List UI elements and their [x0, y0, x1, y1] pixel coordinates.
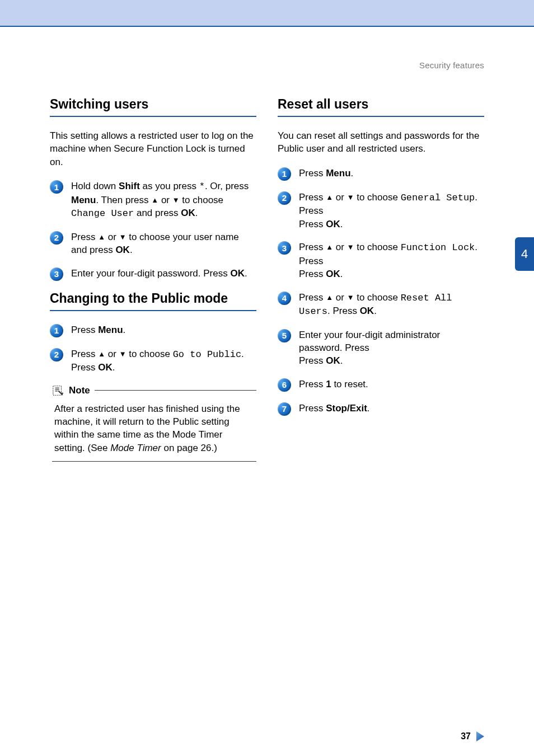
up-arrow-icon: ▲: [326, 293, 333, 302]
step-badge-6: 6: [278, 378, 291, 392]
step-badge-2: 2: [278, 191, 291, 205]
heading-reset-all-users: Reset all users: [278, 97, 484, 117]
down-arrow-icon: ▼: [119, 233, 127, 241]
note-body: After a restricted user has finished usi…: [52, 402, 256, 462]
down-arrow-icon: ▼: [347, 193, 354, 201]
step-text: Press ▲ or ▼ to choose Reset All Users. …: [299, 291, 484, 318]
intro-switching-users: This setting allows a restricted user to…: [50, 129, 256, 168]
up-arrow-icon: ▲: [98, 233, 105, 241]
up-arrow-icon: ▲: [326, 193, 333, 201]
step-badge-1: 1: [50, 180, 63, 194]
step-5: 5 Enter your four-digit administrator pa…: [278, 328, 484, 368]
up-arrow-icon: ▲: [326, 243, 333, 251]
note-rule: [95, 390, 256, 391]
step-6: 6 Press 1 to reset.: [278, 378, 484, 392]
step-2: 2 Press ▲ or ▼ to choose Go to Public. P…: [50, 348, 256, 374]
step-7: 7 Press Stop/Exit.: [278, 402, 484, 416]
step-4: 4 Press ▲ or ▼ to choose Reset All Users…: [278, 291, 484, 318]
step-badge-7: 7: [278, 402, 291, 416]
note-icon: [52, 384, 64, 397]
step-text: Press Menu.: [299, 167, 353, 180]
intro-reset-all-users: You can reset all settings and passwords…: [278, 129, 484, 156]
step-1: 1 Press Menu.: [50, 323, 256, 337]
steps-switching-users: 1 Hold down Shift as you press *. Or, pr…: [50, 180, 256, 280]
footer-marker-icon: [476, 731, 484, 741]
step-text: Press 1 to reset.: [299, 378, 368, 391]
step-badge-2: 2: [50, 231, 63, 245]
step-text: Press ▲ or ▼ to choose your user name an…: [71, 231, 256, 257]
steps-public-mode: 1 Press Menu. 2 Press ▲ or ▼ to choose G…: [50, 323, 256, 374]
page-footer: 37: [461, 731, 484, 741]
svg-rect-0: [53, 386, 62, 395]
step-text: Press Menu.: [71, 323, 125, 336]
step-3: 3 Enter your four-digit password. Press …: [50, 267, 256, 281]
top-banner: [0, 0, 534, 26]
step-text: Press Stop/Exit.: [299, 402, 370, 415]
up-arrow-icon: ▲: [98, 350, 105, 358]
page-number: 37: [461, 731, 471, 741]
step-badge-1: 1: [278, 167, 291, 181]
step-badge-4: 4: [278, 292, 291, 305]
down-arrow-icon: ▼: [172, 196, 180, 204]
left-column: Switching users This setting allows a re…: [50, 97, 256, 466]
steps-reset-all-users: 1 Press Menu. 2 Press ▲ or ▼ to choose G…: [278, 167, 484, 416]
step-badge-3: 3: [50, 267, 63, 281]
up-arrow-icon: ▲: [151, 196, 158, 204]
down-arrow-icon: ▼: [347, 243, 354, 251]
step-1: 1 Press Menu.: [278, 167, 484, 181]
step-badge-5: 5: [278, 329, 291, 342]
step-text: Press ▲ or ▼ to choose Function Lock. Pr…: [299, 241, 484, 280]
step-text: Hold down Shift as you press *. Or, pres…: [71, 180, 256, 220]
step-text: Enter your four-digit password. Press OK…: [71, 267, 247, 280]
heading-switching-users: Switching users: [50, 97, 256, 117]
step-text: Press ▲ or ▼ to choose General Setup. Pr…: [299, 191, 484, 231]
right-column: Reset all users You can reset all settin…: [278, 97, 484, 466]
step-text: Enter your four-digit administrator pass…: [299, 328, 484, 368]
step-3: 3 Press ▲ or ▼ to choose Function Lock. …: [278, 241, 484, 280]
step-text: Press ▲ or ▼ to choose Go to Public. Pre…: [71, 348, 256, 374]
note-label: Note: [69, 385, 90, 396]
down-arrow-icon: ▼: [119, 350, 127, 358]
running-header: Security features: [50, 60, 484, 70]
step-badge-3: 3: [278, 241, 291, 255]
down-arrow-icon: ▼: [347, 293, 354, 302]
note-link[interactable]: Mode Timer: [110, 443, 161, 453]
step-badge-1: 1: [50, 324, 63, 337]
step-badge-2: 2: [50, 348, 63, 361]
step-2: 2 Press ▲ or ▼ to choose General Setup. …: [278, 191, 484, 231]
step-1: 1 Hold down Shift as you press *. Or, pr…: [50, 180, 256, 220]
step-2: 2 Press ▲ or ▼ to choose your user name …: [50, 231, 256, 257]
note-block: Note After a restricted user has finishe…: [52, 384, 256, 462]
heading-public-mode: Changing to the Public mode: [50, 291, 256, 311]
